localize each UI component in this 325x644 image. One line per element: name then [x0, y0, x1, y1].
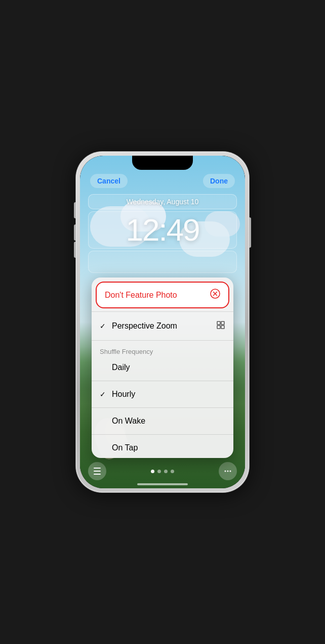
screen: Cancel Done Wednesday, August 10 12:49 D…	[80, 156, 245, 488]
dropdown-menu: Don't Feature Photo ✓ Perspective	[92, 278, 233, 458]
on-wake-check	[100, 417, 108, 425]
lock-widget[interactable]	[88, 251, 237, 273]
hourly-label: Hourly	[112, 390, 135, 399]
on-tap-label: On Tap	[112, 443, 138, 452]
on-tap-row[interactable]: On Tap	[92, 438, 233, 458]
hourly-row[interactable]: ✓ Hourly	[92, 384, 233, 404]
page-dot-3	[164, 470, 168, 473]
divider-3	[92, 381, 233, 381]
divider-2	[92, 340, 233, 341]
dont-feature-photo-button[interactable]: Don't Feature Photo	[96, 282, 229, 308]
perspective-zoom-label: Perspective Zoom	[112, 321, 177, 331]
divider-1	[92, 311, 233, 312]
svg-rect-7	[94, 468, 101, 469]
page-dots	[151, 470, 174, 473]
daily-check	[100, 363, 108, 372]
done-button[interactable]: Done	[203, 174, 235, 188]
svg-rect-8	[94, 471, 101, 472]
lock-time: 12:49	[94, 213, 231, 247]
shuffle-frequency-header: Shuffle Frequency	[92, 344, 233, 357]
svg-rect-3	[217, 321, 220, 325]
svg-rect-9	[94, 474, 101, 475]
svg-point-11	[227, 471, 229, 472]
svg-rect-5	[217, 326, 220, 329]
svg-point-10	[225, 471, 226, 472]
page-dot-1	[151, 470, 154, 473]
daily-left: Daily	[100, 363, 130, 372]
daily-label: Daily	[112, 363, 130, 372]
on-wake-left: On Wake	[100, 417, 145, 426]
page-dot-2	[157, 470, 161, 473]
lock-date-text: Wednesday, August 10	[127, 198, 199, 206]
phone-inner: Cancel Done Wednesday, August 10 12:49 D…	[80, 156, 245, 488]
customize-button[interactable]	[88, 462, 106, 480]
dont-feature-close-icon	[210, 289, 220, 301]
svg-rect-4	[221, 321, 224, 325]
divider-4	[92, 407, 233, 408]
cancel-button[interactable]: Cancel	[90, 174, 128, 188]
perspective-zoom-icon	[216, 320, 225, 332]
on-tap-left: On Tap	[100, 443, 138, 452]
lock-time-container: 12:49	[88, 211, 237, 249]
perspective-zoom-left: ✓ Perspective Zoom	[100, 321, 177, 331]
lock-screen-content: Cancel Done Wednesday, August 10 12:49	[80, 156, 245, 275]
more-button[interactable]	[219, 462, 237, 480]
lock-date-container: Wednesday, August 10	[88, 194, 237, 209]
divider-5	[92, 434, 233, 435]
hourly-check: ✓	[100, 390, 108, 398]
on-wake-row[interactable]: On Wake	[92, 411, 233, 431]
perspective-zoom-check: ✓	[100, 322, 108, 330]
hourly-left: ✓ Hourly	[100, 390, 135, 399]
svg-rect-6	[221, 326, 224, 329]
on-tap-check	[100, 444, 108, 452]
phone-frame: Cancel Done Wednesday, August 10 12:49 D…	[76, 152, 249, 492]
notch	[132, 156, 193, 170]
on-wake-label: On Wake	[112, 417, 145, 426]
perspective-zoom-row[interactable]: ✓ Perspective Zoom	[92, 315, 233, 337]
home-indicator	[137, 483, 188, 485]
dont-feature-label: Don't Feature Photo	[105, 291, 177, 300]
page-dot-4	[171, 470, 174, 473]
daily-row[interactable]: Daily	[92, 357, 233, 378]
svg-point-12	[230, 471, 231, 472]
